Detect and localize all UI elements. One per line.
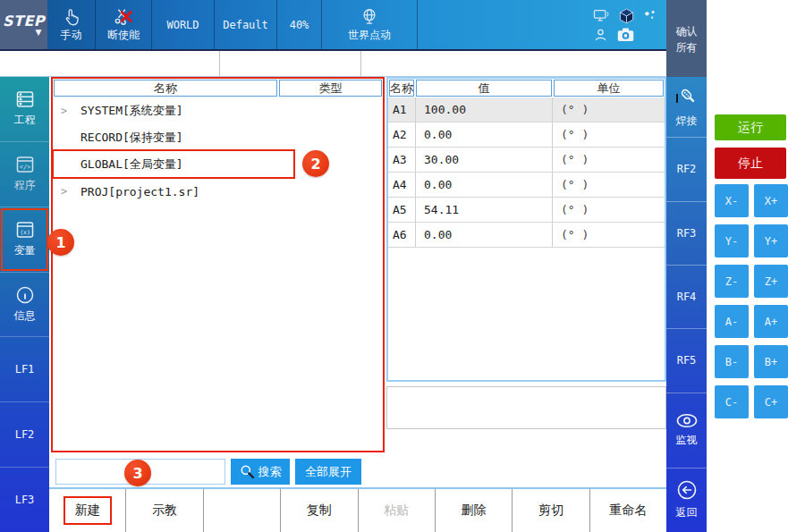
hand-pointer-icon xyxy=(62,7,81,27)
user-account-icon[interactable] xyxy=(592,27,609,43)
sidebar-item-lf1[interactable]: LF1 xyxy=(0,337,49,402)
tool-select-button[interactable]: Default xyxy=(215,0,277,49)
confirm-all-button[interactable]: 确认 所有 xyxy=(666,0,707,79)
tree-item-proj[interactable]: > PROJ[project1.sr] xyxy=(53,178,383,205)
axis-name: A3 xyxy=(388,153,415,166)
sidebar-item-project[interactable]: 工程 xyxy=(0,77,49,142)
callout-badge-3: 3 xyxy=(124,460,151,486)
project-icon xyxy=(14,89,36,109)
tree-header-name: 名称 xyxy=(54,80,277,97)
var-header-unit: 单位 xyxy=(554,80,664,97)
world-jog-button[interactable]: 世界点动 xyxy=(322,0,418,49)
jog-c-plus-button[interactable]: C+ xyxy=(754,385,788,418)
search-icon xyxy=(240,464,255,479)
camera-screenshot-icon[interactable] xyxy=(616,27,635,43)
axis-value: 30.00 xyxy=(415,148,552,172)
jog-c-minus-button[interactable]: C- xyxy=(715,385,749,418)
chevron-right-icon[interactable]: > xyxy=(53,105,80,117)
delete-button[interactable]: 删除 xyxy=(436,489,513,532)
teach-pendant-screen: STEP ▼ 手动 xyxy=(0,0,788,532)
jog-a-plus-button[interactable]: A+ xyxy=(754,305,788,338)
jog-x-minus-button[interactable]: X- xyxy=(715,184,749,217)
welding-torch-icon xyxy=(674,86,699,109)
sidebar-item-lf3[interactable]: LF3 xyxy=(0,468,49,532)
axis-name: A4 xyxy=(388,178,415,191)
weld-function-button[interactable]: 焊接 xyxy=(666,77,707,138)
axis-unit: (° ) xyxy=(552,173,665,197)
sidebar-item-program[interactable]: </> 程序 xyxy=(0,142,49,207)
back-button[interactable]: 返回 xyxy=(666,469,707,532)
confirm-all-line2: 所有 xyxy=(676,39,698,55)
weld-label: 焊接 xyxy=(676,114,698,129)
tree-item-global[interactable]: GLOBAL[全局变量] xyxy=(53,151,383,178)
stop-button-label: 停止 xyxy=(738,156,763,172)
new-button[interactable]: 新建 xyxy=(49,489,126,532)
jog-x-plus-button[interactable]: X+ xyxy=(754,184,788,217)
rf3-button[interactable]: RF3 xyxy=(666,202,707,266)
status-icon-cluster xyxy=(592,7,657,43)
run-button[interactable]: 运行 xyxy=(715,114,786,140)
rf-function-strip: 焊接 RF2 RF3 RF4 RF5 监视 xyxy=(666,77,707,532)
rf2-button[interactable]: RF2 xyxy=(666,138,707,201)
device-status-icon[interactable] xyxy=(592,8,610,23)
table-row[interactable]: A3 30.00 (° ) xyxy=(388,148,665,173)
status-strip-divider xyxy=(219,51,220,76)
table-row[interactable]: A4 0.00 (° ) xyxy=(388,173,665,198)
sidebar-item-lf2[interactable]: LF2 xyxy=(0,402,49,468)
monitor-button[interactable]: 监视 xyxy=(666,393,707,469)
bottom-action-bar: 新建 示教 复制 粘贴 删除 剪切 重命名 xyxy=(49,489,666,532)
table-row[interactable]: A2 0.00 (° ) xyxy=(388,122,665,148)
rf3-label: RF3 xyxy=(677,227,697,240)
jog-y-plus-button[interactable]: Y+ xyxy=(754,224,788,258)
globe-icon xyxy=(360,7,379,27)
detail-info-box xyxy=(386,386,666,429)
disabled-power-icon xyxy=(113,7,134,27)
teach-button[interactable]: 示教 xyxy=(126,489,203,532)
disable-enable-button[interactable]: 断使能 xyxy=(96,0,152,49)
axis-value: 54.11 xyxy=(415,198,552,222)
tree-header-type: 类型 xyxy=(279,80,382,97)
svg-text:(x): (x) xyxy=(20,230,30,237)
sidebar-item-variable[interactable]: (x) 变量 xyxy=(0,207,49,273)
3d-cube-icon[interactable] xyxy=(617,7,636,25)
jog-z-plus-button[interactable]: Z+ xyxy=(754,265,788,298)
sidebar-item-label: LF3 xyxy=(15,494,35,506)
callout-badge-2: 2 xyxy=(302,150,329,177)
table-row[interactable]: A6 0.00 (° ) xyxy=(388,223,665,248)
jog-b-plus-button[interactable]: B+ xyxy=(754,345,788,378)
variable-icon: (x) xyxy=(14,220,36,240)
paste-button[interactable]: 粘贴 xyxy=(359,489,436,532)
manual-mode-button[interactable]: 手动 xyxy=(47,0,96,49)
jog-b-minus-button[interactable]: B- xyxy=(715,345,749,378)
run-button-label: 运行 xyxy=(738,120,763,136)
speed-override-button[interactable]: 40% xyxy=(277,0,322,49)
tree-item-system[interactable]: > SYSTEM[系统变量] xyxy=(53,97,383,124)
jog-y-minus-button[interactable]: Y- xyxy=(715,224,749,258)
table-row[interactable]: A1 100.00 (° ) xyxy=(388,97,665,122)
sidebar-item-info[interactable]: 信息 xyxy=(0,273,49,338)
tree-item-label: GLOBAL[全局变量] xyxy=(80,156,183,173)
table-row[interactable]: A5 54.11 (° ) xyxy=(388,198,665,223)
jog-a-minus-button[interactable]: A- xyxy=(715,305,749,338)
step-logo[interactable]: STEP ▼ xyxy=(0,0,47,49)
cut-button[interactable]: 剪切 xyxy=(513,489,589,532)
expand-all-button[interactable]: 全部展开 xyxy=(295,459,361,485)
paste-button-label: 粘贴 xyxy=(384,502,409,519)
axis-value: 0.00 xyxy=(415,173,552,197)
back-arrow-icon xyxy=(676,479,698,501)
stop-button[interactable]: 停止 xyxy=(715,148,786,179)
tree-item-record[interactable]: RECORD[保持变量] xyxy=(53,124,383,151)
rf5-button[interactable]: RF5 xyxy=(666,329,707,393)
search-button[interactable]: 搜索 xyxy=(231,459,290,485)
jog-z-minus-button[interactable]: Z- xyxy=(715,265,749,298)
rename-button[interactable]: 重命名 xyxy=(590,489,666,532)
var-header-name: 名称 xyxy=(389,80,414,97)
manual-mode-label: 手动 xyxy=(61,28,82,43)
axis-name: A1 xyxy=(388,103,415,116)
coordinate-system-button[interactable]: WORLD xyxy=(152,0,215,49)
rf4-button[interactable]: RF4 xyxy=(666,266,707,329)
dots-status-icon xyxy=(643,9,657,23)
chevron-right-icon[interactable]: > xyxy=(53,185,80,198)
copy-button[interactable]: 复制 xyxy=(281,489,358,532)
new-button-label: 新建 xyxy=(64,496,112,525)
